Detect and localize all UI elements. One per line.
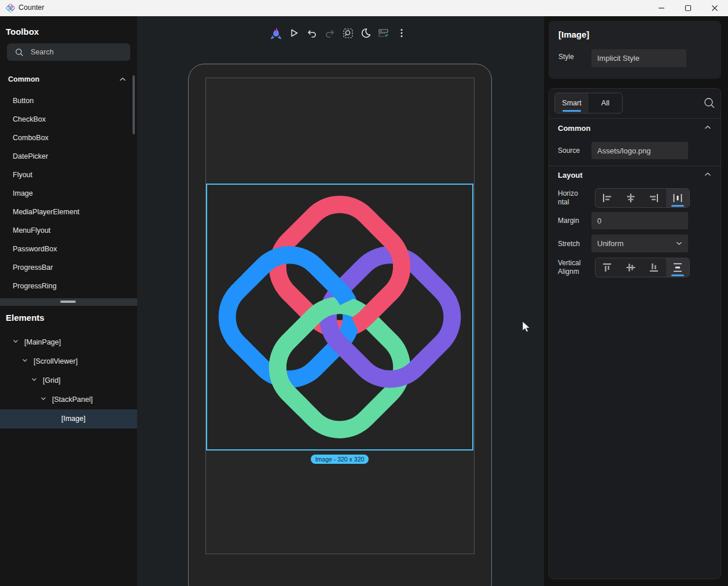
toolbox-item-flyout[interactable]: Flyout: [0, 166, 132, 184]
play-icon[interactable]: [287, 25, 301, 41]
toolbox-search[interactable]: [7, 43, 130, 61]
align-top-button[interactable]: [595, 258, 619, 277]
toolbox-group-label: Common: [8, 75, 39, 83]
properties-search-icon[interactable]: [703, 97, 716, 109]
toolbox-item-passwordbox[interactable]: PasswordBox: [0, 240, 132, 258]
vertical-alignment-group: [595, 258, 690, 277]
divider: [549, 166, 720, 166]
chevron-up-icon[interactable]: [119, 77, 126, 82]
vertical-alignment-label: Vertical Alignm: [558, 259, 580, 276]
toolbox-title: Toolbox: [6, 27, 39, 36]
chevron-down-icon[interactable]: [41, 397, 46, 401]
source-label: Source: [558, 146, 580, 155]
style-field[interactable]: Implicit Style: [591, 49, 686, 67]
tree-item-mainpage[interactable]: [MainPage]: [0, 333, 137, 352]
titlebar: Counter: [0, 0, 728, 16]
toolbox-item-mediaplayerelement[interactable]: MediaPlayerElement: [0, 203, 132, 221]
selection-size-label: Image - 320 x 320: [311, 455, 369, 464]
section-layout-title: Layout: [558, 171, 583, 180]
margin-label: Margin: [558, 217, 579, 225]
properties-card: Smart All Common Source Assets/logo.png …: [549, 88, 721, 579]
tab-all[interactable]: All: [589, 93, 622, 113]
left-sidebar: Toolbox Common Button CheckBox ComboBox …: [0, 16, 137, 586]
active-toggle-indicator: [671, 274, 684, 276]
toolbox-item-button[interactable]: Button: [0, 91, 132, 110]
horizontal-alignment-group: [595, 188, 690, 208]
align-left-button[interactable]: [595, 189, 619, 207]
chevron-up-icon[interactable]: [704, 172, 711, 177]
more-kebab-icon[interactable]: [395, 25, 409, 41]
toolbox-item-checkbox[interactable]: CheckBox: [0, 110, 132, 129]
toolbox-list: Button CheckBox ComboBox DatePicker Flyo…: [0, 91, 132, 295]
properties-panel: [Image] Style Implicit Style Smart All C…: [544, 16, 728, 586]
selection-size-badge: Image - 320 x 320: [270, 455, 409, 464]
app-logo-icon: [6, 3, 15, 13]
toolbox-vertical-scrollbar[interactable]: [133, 75, 135, 134]
align-middle-button[interactable]: [619, 258, 643, 277]
selected-image-element[interactable]: [206, 184, 473, 451]
tree-item-label: [ScrollViewer]: [34, 357, 78, 365]
scrollbar-thumb[interactable]: [60, 301, 76, 303]
tree-item-label: [MainPage]: [24, 338, 61, 346]
tree-item-image-selected[interactable]: [Image]: [0, 409, 137, 428]
elements-tree: [MainPage] [ScrollViewer] [Grid] [StackP…: [0, 333, 137, 428]
active-toggle-indicator: [671, 205, 684, 207]
chevron-up-icon[interactable]: [704, 125, 711, 130]
search-input[interactable]: [31, 48, 117, 56]
status-check-icon[interactable]: [377, 25, 391, 41]
design-canvas[interactable]: Image - 320 x 320: [137, 16, 544, 586]
chevron-down-icon[interactable]: [31, 378, 37, 382]
toolbox-item-progressring[interactable]: ProgressRing: [0, 277, 132, 295]
selection-header-card: [Image] Style Implicit Style: [549, 21, 721, 79]
canvas-toolbar: [269, 25, 409, 41]
stretch-value: Uniform: [597, 239, 624, 248]
mouse-cursor: [521, 321, 533, 334]
close-button[interactable]: [701, 0, 728, 16]
toolbox-item-progressbar[interactable]: ProgressBar: [0, 258, 132, 277]
minimize-button[interactable]: [648, 0, 675, 16]
align-right-button[interactable]: [642, 189, 666, 207]
maximize-button[interactable]: [675, 0, 701, 16]
tab-all-label: All: [601, 99, 609, 107]
align-vstretch-button[interactable]: [666, 258, 690, 277]
toolbox-item-menuflyout[interactable]: MenuFlyout: [0, 221, 132, 240]
align-center-button[interactable]: [619, 189, 643, 207]
align-stretch-button[interactable]: [666, 189, 690, 207]
align-bottom-button[interactable]: [642, 258, 666, 277]
section-common-title: Common: [558, 124, 590, 133]
tree-item-stackpanel[interactable]: [StackPanel]: [0, 390, 137, 409]
toolbox-group-common[interactable]: Common: [0, 73, 132, 88]
search-icon: [15, 48, 24, 57]
toolbox-item-combobox[interactable]: ComboBox: [0, 129, 132, 147]
chevron-down-icon[interactable]: [13, 339, 19, 343]
properties-tabs: Smart All: [554, 93, 623, 113]
chevron-down-icon[interactable]: [22, 358, 28, 362]
logo-image: [207, 185, 472, 449]
tab-smart-label: Smart: [562, 99, 581, 107]
toolbox-horizontal-scrollbar[interactable]: [0, 298, 137, 306]
tree-item-scrollviewer[interactable]: [ScrollViewer]: [0, 352, 137, 371]
theme-moon-icon[interactable]: [359, 25, 373, 41]
style-label: Style: [558, 53, 574, 61]
toolbox-item-image[interactable]: Image: [0, 184, 132, 203]
divider: [549, 118, 720, 119]
horizontal-alignment-label: Horizo ntal: [558, 189, 578, 207]
redo-icon[interactable]: [323, 25, 337, 41]
undo-icon[interactable]: [305, 25, 319, 41]
hot-reload-flame-icon[interactable]: [269, 25, 283, 41]
stretch-label: Stretch: [558, 240, 580, 248]
chevron-down-icon: [676, 241, 682, 246]
tree-item-grid[interactable]: [Grid]: [0, 371, 137, 390]
toolbox-item-datepicker[interactable]: DatePicker: [0, 147, 132, 166]
stretch-dropdown[interactable]: Uniform: [591, 235, 688, 252]
elements-title: Elements: [6, 313, 45, 323]
zoom-to-selection-icon[interactable]: [341, 25, 355, 41]
active-tab-indicator: [562, 110, 581, 112]
tree-item-label: [StackPanel]: [52, 395, 93, 404]
tree-item-label: [Image]: [61, 415, 86, 423]
selected-element-title: [Image]: [558, 30, 589, 39]
source-field[interactable]: Assets/logo.png: [591, 142, 688, 159]
tab-smart[interactable]: Smart: [555, 93, 589, 113]
window-title: Counter: [19, 3, 44, 12]
margin-field[interactable]: 0: [591, 212, 688, 229]
